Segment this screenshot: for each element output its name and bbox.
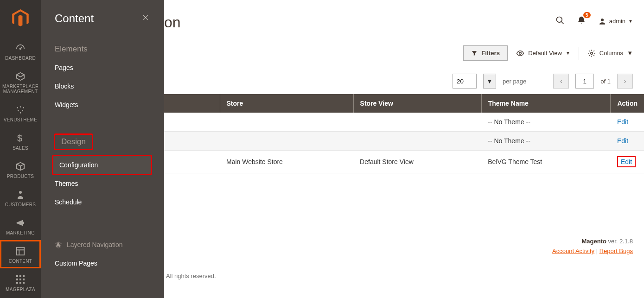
columns-dropdown[interactable]: Columns ▼ (587, 49, 633, 57)
nav-mageplaza[interactable]: MAGEPLAZA (0, 268, 41, 297)
design-config-grid: Store Store View Theme Name Action -- No… (164, 94, 644, 173)
nav-marketing[interactable]: MARKETING (0, 212, 41, 240)
chevron-down-icon: ▼ (628, 19, 633, 24)
svg-point-9 (19, 191, 22, 194)
page-number-input[interactable] (575, 74, 594, 89)
magento-logo-icon (12, 9, 29, 28)
svg-point-2 (17, 107, 18, 108)
magento-logo[interactable] (0, 0, 41, 37)
submenu-item-blocks[interactable]: Blocks (41, 77, 164, 95)
layered-heading-text: Layered Navigation (67, 241, 123, 248)
cell-theme: -- No Theme -- (481, 132, 611, 151)
svg-point-4 (23, 107, 24, 108)
prev-page-button[interactable]: ‹ (553, 74, 569, 89)
nav-content[interactable]: CONTENT (0, 240, 41, 268)
svg-rect-11 (16, 275, 18, 277)
nav-label: MARKETING (6, 230, 35, 235)
svg-rect-15 (19, 279, 21, 280)
table-row[interactable]: Main Website Store Default Store View Be… (164, 151, 644, 173)
nav-venustheme[interactable]: VENUSTHEME (0, 99, 41, 127)
nav-label: MAGEPLAZA (6, 287, 35, 292)
search-icon[interactable] (555, 16, 565, 26)
edit-link[interactable]: Edit (617, 118, 628, 126)
customers-icon (16, 189, 25, 200)
table-row[interactable]: -- No Theme -- Edit (164, 132, 644, 151)
submenu-item-schedule[interactable]: Schedule (41, 193, 164, 211)
section-heading-design: Design (61, 137, 86, 146)
report-bugs-link[interactable]: Report Bugs (599, 247, 633, 254)
sales-icon: $ (17, 133, 24, 144)
submenu-item-pages[interactable]: Pages (41, 58, 164, 77)
svg-rect-12 (19, 275, 21, 277)
col-store[interactable]: Store (220, 94, 353, 113)
per-page-dropdown-button[interactable]: ▼ (483, 74, 496, 89)
nav-label: SALES (13, 146, 28, 151)
dashboard-icon (15, 43, 26, 54)
col-action: Action (611, 94, 644, 113)
col-store-view[interactable]: Store View (353, 94, 481, 113)
cell-theme: -- No Theme -- (481, 113, 611, 132)
nav-label: PRODUCTS (7, 174, 34, 179)
svg-point-23 (519, 52, 522, 54)
nav-sales[interactable]: $ SALES (0, 127, 41, 155)
close-icon[interactable] (142, 14, 151, 23)
svg-point-24 (591, 52, 593, 54)
edit-link[interactable]: Edit (617, 137, 628, 145)
next-page-button[interactable]: › (617, 74, 633, 89)
content-submenu: Content Elements Pages Blocks Widgets De… (41, 0, 164, 298)
chevron-down-icon: ▼ (566, 51, 570, 56)
cell-store-view (353, 132, 481, 151)
cell-store: Main Website Store (220, 151, 353, 173)
columns-label: Columns (599, 50, 623, 57)
filters-button[interactable]: Filters (463, 45, 508, 61)
avatar-icon (598, 17, 606, 25)
page-of-label: of 1 (600, 78, 611, 85)
svg-rect-16 (23, 279, 25, 280)
submenu-item-custom-pages[interactable]: Custom Pages (41, 254, 164, 273)
nav-products[interactable]: PRODUCTS (0, 155, 41, 184)
svg-rect-18 (19, 282, 21, 284)
nav-label: CONTENT (9, 259, 32, 264)
svg-text:$: $ (17, 133, 22, 143)
nav-label: MARKETPLACE MANAGEMENT (2, 84, 39, 94)
col-hidden[interactable] (164, 94, 220, 113)
default-view-dropdown[interactable]: Default View ▼ (516, 49, 570, 57)
svg-text:A: A (57, 242, 60, 247)
svg-point-5 (18, 110, 19, 111)
chevron-down-icon: ▼ (627, 50, 633, 57)
content-icon (15, 246, 26, 257)
admin-username: admin (609, 18, 625, 25)
nav-label: CUSTOMERS (5, 202, 36, 207)
footer-copyright: All rights reserved. (166, 273, 216, 279)
section-heading-layered[interactable]: A Layered Navigation (41, 235, 164, 254)
admin-user-menu[interactable]: admin ▼ (598, 17, 633, 25)
svg-point-3 (20, 106, 21, 108)
col-theme-name[interactable]: Theme Name (481, 94, 611, 113)
submenu-item-themes[interactable]: Themes (41, 174, 164, 193)
cell-store (220, 113, 353, 132)
filters-label: Filters (481, 50, 500, 57)
venustheme-icon (15, 104, 26, 115)
account-activity-link[interactable]: Account Activity (552, 247, 594, 254)
table-row[interactable]: -- No Theme -- Edit (164, 113, 644, 132)
submenu-title: Content (55, 12, 94, 25)
main-content: on 5 admin ▼ Filters Default View ▼ (164, 0, 644, 298)
gear-icon (587, 49, 596, 57)
notifications-button[interactable]: 5 (577, 16, 586, 26)
eye-icon (516, 49, 524, 57)
svg-rect-17 (16, 282, 18, 284)
svg-point-7 (20, 112, 21, 114)
svg-point-21 (556, 17, 562, 23)
submenu-item-widgets[interactable]: Widgets (41, 95, 164, 114)
svg-marker-1 (17, 73, 25, 77)
magento-version: Magento ver. 2.1.8 (581, 238, 633, 245)
nav-customers[interactable]: CUSTOMERS (0, 184, 41, 212)
nav-marketplace[interactable]: MARKETPLACE MANAGEMENT (0, 65, 41, 99)
edit-link[interactable]: Edit (621, 158, 632, 165)
per-page-input[interactable] (453, 74, 477, 89)
marketplace-icon (15, 71, 26, 82)
nav-dashboard[interactable]: DASHBOARD (0, 37, 41, 65)
cell-store-view: Default Store View (353, 151, 481, 173)
submenu-item-configuration[interactable]: Configuration (53, 156, 151, 174)
svg-point-22 (601, 19, 604, 21)
